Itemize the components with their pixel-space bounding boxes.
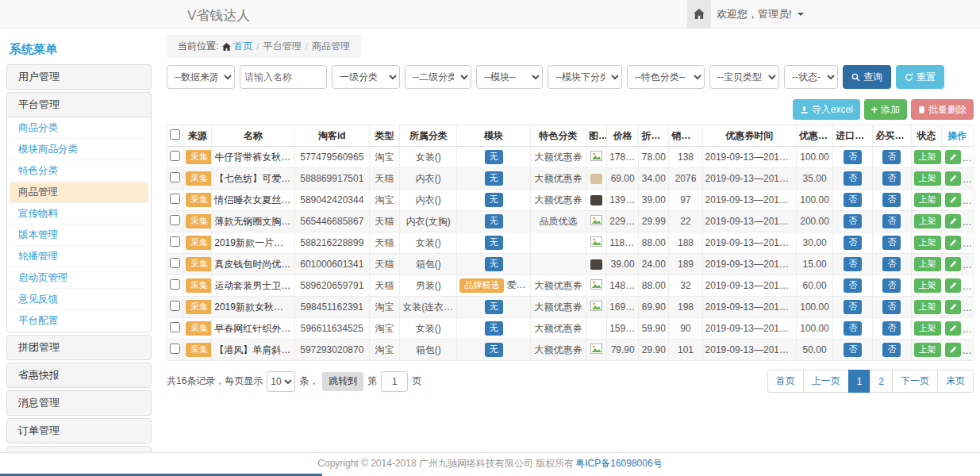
- import-select-toggle[interactable]: 否: [844, 257, 862, 271]
- must-buy-toggle[interactable]: 否: [882, 343, 901, 357]
- status-toggle[interactable]: 上架: [914, 257, 941, 271]
- edit-button[interactable]: [945, 150, 961, 164]
- module-sub-filter-select[interactable]: --模块下分类--: [548, 65, 622, 89]
- must-buy-toggle[interactable]: 否: [882, 257, 901, 271]
- status-toggle[interactable]: 上架: [914, 214, 941, 228]
- import-select-toggle[interactable]: 否: [844, 171, 862, 186]
- must-buy-toggle[interactable]: 否: [882, 171, 901, 186]
- reset-button[interactable]: 重置: [896, 65, 944, 89]
- row-checkbox[interactable]: [170, 215, 180, 225]
- edit-button[interactable]: [945, 193, 961, 207]
- must-buy-toggle[interactable]: 否: [882, 236, 901, 250]
- select-all-checkbox[interactable]: [170, 129, 180, 140]
- row-checkbox[interactable]: [170, 279, 180, 290]
- edit-button[interactable]: [945, 214, 961, 228]
- edit-button[interactable]: [945, 343, 961, 357]
- sidebar-section-toggle[interactable]: 拼团管理: [7, 336, 151, 359]
- edit-button[interactable]: [945, 236, 961, 250]
- sidebar-item[interactable]: 启动页管理: [10, 268, 148, 289]
- edit-button[interactable]: [945, 257, 961, 271]
- table-cell: 采集: [183, 297, 212, 318]
- sidebar-section-toggle[interactable]: 用户管理: [7, 65, 151, 89]
- must-buy-toggle[interactable]: 否: [882, 321, 901, 336]
- table-cell: [167, 297, 183, 318]
- status-toggle[interactable]: 上架: [914, 171, 941, 186]
- sidebar-item[interactable]: 版本管理: [10, 225, 148, 246]
- page-button[interactable]: 下一页: [892, 370, 938, 393]
- import-select-toggle[interactable]: 否: [844, 193, 862, 207]
- must-buy-toggle[interactable]: 否: [882, 193, 901, 207]
- row-checkbox[interactable]: [170, 236, 180, 247]
- import-select-toggle[interactable]: 否: [844, 278, 862, 293]
- source-badge: 采集: [186, 214, 212, 228]
- table-row: 采集薄款无钢圈文胸聚拢性...565446685867天猫内衣(文胸)无品质优选…: [167, 211, 974, 232]
- category2-filter-select[interactable]: --二级分类--: [405, 65, 471, 89]
- page-button[interactable]: 2: [870, 370, 893, 393]
- row-checkbox[interactable]: [170, 322, 180, 332]
- search-button[interactable]: 查询: [843, 65, 891, 89]
- name-search-input[interactable]: [240, 65, 327, 89]
- add-button[interactable]: + 添加: [864, 99, 907, 120]
- row-checkbox[interactable]: [170, 344, 180, 354]
- image-placeholder-icon: [590, 344, 602, 354]
- icp-link[interactable]: 粤ICP备16098006号: [575, 457, 662, 470]
- category1-filter-select[interactable]: 一级分类: [332, 65, 400, 89]
- edit-button[interactable]: [945, 300, 961, 314]
- status-toggle[interactable]: 上架: [914, 321, 941, 336]
- sidebar-section-toggle[interactable]: 省惠快报: [7, 363, 151, 387]
- sidebar-item[interactable]: 商品分类: [10, 118, 148, 139]
- sidebar-item[interactable]: 模块商品分类: [10, 140, 148, 160]
- edit-button[interactable]: [945, 321, 961, 336]
- must-buy-toggle[interactable]: 否: [882, 278, 901, 293]
- import-select-toggle[interactable]: 否: [844, 300, 862, 314]
- row-checkbox[interactable]: [170, 172, 180, 182]
- import-select-toggle[interactable]: 否: [844, 343, 862, 357]
- module-filter-select[interactable]: --模块--: [476, 65, 543, 89]
- import-select-toggle[interactable]: 否: [844, 321, 862, 336]
- row-checkbox[interactable]: [170, 301, 180, 311]
- edit-button[interactable]: [945, 278, 961, 293]
- status-toggle[interactable]: 上架: [914, 150, 941, 164]
- page-button[interactable]: 1: [848, 370, 871, 393]
- status-toggle[interactable]: 上架: [914, 343, 941, 357]
- sidebar-section-toggle[interactable]: 平台管理: [7, 93, 151, 117]
- batch-delete-button[interactable]: 批量删除: [911, 99, 974, 120]
- import-excel-button[interactable]: 导入excel: [793, 99, 860, 120]
- must-buy-toggle[interactable]: 否: [882, 150, 901, 164]
- row-checkbox[interactable]: [170, 151, 180, 161]
- source-filter-select[interactable]: --数据来源--: [167, 65, 235, 89]
- item-type-filter-select[interactable]: --宝贝类型--: [709, 65, 779, 89]
- sidebar-item[interactable]: 特色分类: [10, 161, 148, 182]
- sidebar-section-toggle[interactable]: 兑换管理: [7, 447, 151, 452]
- import-select-toggle[interactable]: 否: [844, 214, 862, 228]
- sidebar-item[interactable]: 平台配置: [10, 311, 148, 331]
- import-select-toggle[interactable]: 否: [844, 236, 862, 250]
- jump-page-input[interactable]: [381, 371, 408, 392]
- sidebar-item[interactable]: 商品管理: [10, 182, 148, 203]
- status-toggle[interactable]: 上架: [914, 236, 941, 250]
- home-button[interactable]: [687, 0, 711, 28]
- breadcrumb-home-link[interactable]: 首页: [222, 40, 252, 53]
- sidebar-section-toggle[interactable]: 消息管理: [7, 391, 151, 415]
- feature-filter-select[interactable]: --特色分类--: [627, 65, 705, 89]
- import-select-toggle[interactable]: 否: [844, 150, 862, 164]
- must-buy-toggle[interactable]: 否: [882, 214, 901, 228]
- sidebar-item[interactable]: 意见反馈: [10, 290, 148, 310]
- sidebar-section-toggle[interactable]: 订单管理: [7, 419, 151, 443]
- status-toggle[interactable]: 上架: [914, 278, 941, 293]
- sidebar-item[interactable]: 轮播管理: [10, 247, 148, 267]
- row-checkbox[interactable]: [170, 258, 180, 268]
- user-menu[interactable]: 欢迎您，管理员!: [717, 0, 804, 28]
- status-toggle[interactable]: 上架: [914, 300, 941, 314]
- page-button[interactable]: 上一页: [803, 370, 849, 393]
- edit-button[interactable]: [945, 171, 961, 186]
- page-button[interactable]: 末页: [937, 370, 974, 393]
- jump-button[interactable]: 跳转到: [322, 372, 363, 391]
- status-filter-select[interactable]: --状态--: [784, 65, 838, 89]
- status-toggle[interactable]: 上架: [914, 193, 941, 207]
- row-checkbox[interactable]: [170, 194, 180, 204]
- sidebar-item[interactable]: 宣传物料: [10, 204, 148, 225]
- page-button[interactable]: 首页: [767, 370, 804, 393]
- must-buy-toggle[interactable]: 否: [882, 300, 901, 314]
- per-page-select[interactable]: 10: [267, 371, 295, 392]
